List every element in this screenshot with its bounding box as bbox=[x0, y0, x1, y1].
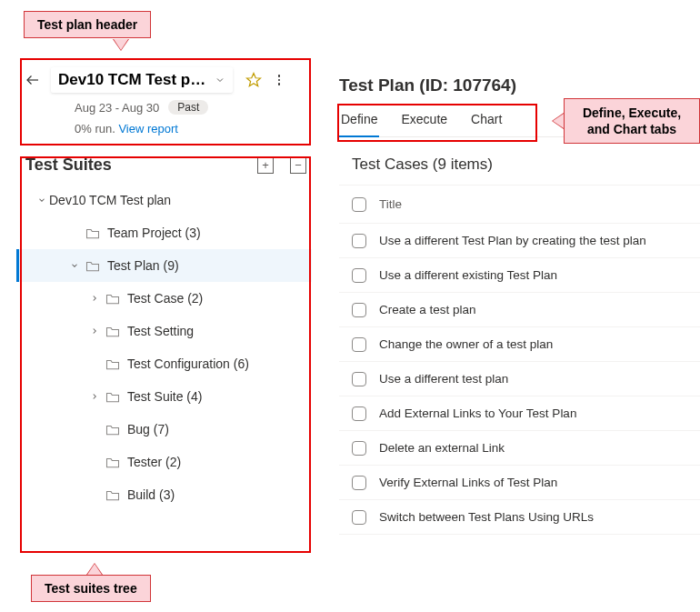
case-title: Use a different existing Test Plan bbox=[379, 268, 557, 282]
table-row[interactable]: Change the owner of a test plan bbox=[339, 327, 700, 362]
tree-item[interactable]: Tester (2) bbox=[16, 446, 312, 478]
table-row[interactable]: Use a different test plan bbox=[339, 362, 700, 396]
row-checkbox[interactable] bbox=[352, 476, 366, 490]
plan-date-range: Aug 23 - Aug 30 bbox=[75, 101, 159, 115]
row-checkbox[interactable] bbox=[352, 337, 366, 352]
table-row[interactable]: Switch between Test Plans Using URLs bbox=[339, 500, 700, 535]
folder-icon bbox=[105, 424, 120, 436]
row-checkbox[interactable] bbox=[352, 372, 366, 386]
expand-all-button[interactable]: + bbox=[257, 157, 274, 174]
tree-item-label: Dev10 TCM Test plan bbox=[49, 193, 171, 207]
row-checkbox[interactable] bbox=[352, 510, 366, 525]
select-all-checkbox[interactable] bbox=[352, 197, 366, 212]
status-badge: Past bbox=[168, 100, 208, 115]
folder-icon bbox=[105, 358, 120, 370]
case-title: Delete an external Link bbox=[379, 441, 505, 455]
callout-plan-header: Test plan header bbox=[24, 11, 151, 38]
collapse-all-button[interactable]: − bbox=[290, 157, 306, 174]
table-row[interactable]: Use a different existing Test Plan bbox=[339, 258, 700, 293]
case-title: Add External Links to Your Test Plan bbox=[379, 406, 576, 420]
table-row[interactable]: Verify External Links of Test Plan bbox=[339, 466, 700, 500]
test-cases-table: Title Use a different Test Plan by creat… bbox=[339, 185, 700, 535]
tree-item-label: Build (3) bbox=[127, 487, 175, 502]
tree-item[interactable]: Bug (7) bbox=[16, 413, 312, 446]
folder-icon bbox=[105, 391, 120, 403]
page-title: Test Plan (ID: 107764) bbox=[339, 75, 700, 95]
tree-item[interactable]: Test Setting bbox=[16, 315, 312, 347]
chevron-down-icon[interactable] bbox=[67, 261, 82, 270]
tree-item-label: Bug (7) bbox=[127, 422, 169, 436]
chevron-right-icon[interactable] bbox=[87, 294, 102, 303]
tree-item-label: Team Project (3) bbox=[107, 226, 201, 240]
tree-item[interactable]: Test Plan (9) bbox=[16, 249, 312, 282]
tree-item[interactable]: Test Case (2) bbox=[16, 282, 312, 315]
tab-execute[interactable]: Execute bbox=[399, 106, 449, 137]
row-checkbox[interactable] bbox=[352, 268, 366, 283]
table-row[interactable]: Create a test plan bbox=[339, 293, 700, 327]
chevron-right-icon[interactable] bbox=[87, 326, 102, 336]
tree-item-label: Test Plan (9) bbox=[107, 258, 179, 273]
folder-icon bbox=[105, 489, 120, 501]
test-suites-header: Test Suites + − bbox=[16, 148, 312, 180]
case-title: Use a different Test Plan by creating th… bbox=[379, 234, 646, 247]
folder-icon bbox=[85, 227, 100, 239]
case-title: Verify External Links of Test Plan bbox=[379, 476, 557, 489]
folder-icon bbox=[105, 326, 120, 337]
back-arrow-icon[interactable] bbox=[24, 71, 42, 89]
tree-item-label: Test Configuration (6) bbox=[127, 356, 249, 371]
callout-suites-tree: Test suites tree bbox=[31, 575, 151, 602]
case-title: Create a test plan bbox=[379, 303, 476, 316]
callout-tabs: Define, Execute, and Chart tabs bbox=[564, 98, 700, 144]
case-title: Change the owner of a test plan bbox=[379, 337, 553, 351]
svg-marker-1 bbox=[247, 74, 261, 86]
tree-item[interactable]: Test Suite (4) bbox=[16, 380, 312, 413]
favorite-star-icon[interactable] bbox=[245, 72, 262, 88]
test-suites-tree: Dev10 TCM Test planTeam Project (3)Test … bbox=[16, 180, 312, 515]
tree-item[interactable]: Dev10 TCM Test plan bbox=[16, 184, 312, 216]
row-checkbox[interactable] bbox=[352, 441, 366, 456]
tree-item-label: Tester (2) bbox=[127, 455, 181, 469]
table-row[interactable]: Delete an external Link bbox=[339, 431, 700, 466]
case-title: Use a different test plan bbox=[379, 372, 508, 386]
chevron-down-icon bbox=[215, 75, 225, 85]
folder-icon bbox=[105, 293, 120, 305]
run-progress-text: 0% run. bbox=[75, 122, 115, 135]
table-header-row: Title bbox=[339, 186, 700, 224]
table-row[interactable]: Add External Links to Your Test Plan bbox=[339, 396, 700, 431]
tree-item[interactable]: Team Project (3) bbox=[16, 216, 312, 249]
plan-title-dropdown[interactable]: Dev10 TCM Test pl... bbox=[51, 67, 233, 93]
row-checkbox[interactable] bbox=[352, 234, 366, 248]
view-report-link[interactable]: View report bbox=[118, 122, 178, 135]
case-title: Switch between Test Plans Using URLs bbox=[379, 510, 594, 524]
chevron-down-icon[interactable] bbox=[35, 196, 49, 205]
folder-icon bbox=[85, 260, 100, 272]
plan-title-text: Dev10 TCM Test pl... bbox=[58, 71, 207, 89]
table-row[interactable]: Use a different Test Plan by creating th… bbox=[339, 224, 700, 258]
tree-item-label: Test Case (2) bbox=[127, 291, 203, 306]
tree-item[interactable]: Build (3) bbox=[16, 478, 312, 511]
tree-item[interactable]: Test Configuration (6) bbox=[16, 347, 312, 380]
folder-icon bbox=[105, 456, 120, 468]
tree-item-label: Test Suite (4) bbox=[127, 389, 202, 404]
tab-chart[interactable]: Chart bbox=[469, 106, 504, 137]
more-menu-icon[interactable] bbox=[271, 72, 287, 88]
test-plan-header: Dev10 TCM Test pl... Aug 23 - Aug 30 Pas… bbox=[16, 55, 312, 143]
tree-item-label: Test Setting bbox=[127, 324, 194, 338]
row-checkbox[interactable] bbox=[352, 303, 366, 317]
chevron-right-icon[interactable] bbox=[87, 392, 102, 401]
test-suites-title: Test Suites bbox=[25, 156, 112, 175]
test-cases-heading: Test Cases (9 items) bbox=[352, 156, 700, 174]
column-title: Title bbox=[379, 197, 402, 211]
row-checkbox[interactable] bbox=[352, 406, 366, 421]
tab-define[interactable]: Define bbox=[339, 106, 379, 137]
